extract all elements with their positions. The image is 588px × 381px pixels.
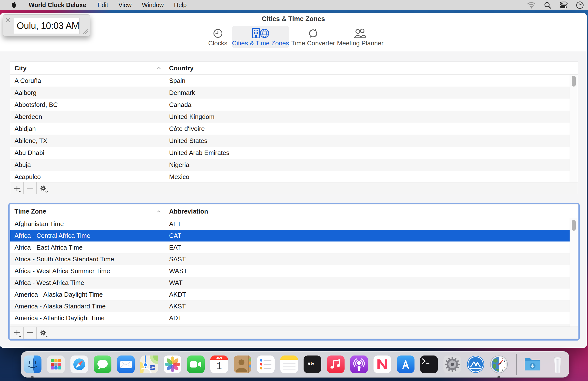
table-footer <box>10 182 578 194</box>
clock-icon[interactable] <box>572 0 588 10</box>
scrollbar-track[interactable] <box>570 218 578 326</box>
spotlight-search-icon[interactable] <box>539 0 556 10</box>
table-row[interactable]: Africa - East Africa TimeEAT <box>10 242 570 253</box>
dock-tv-icon[interactable]: tv <box>303 355 322 374</box>
dock-facetime-icon[interactable] <box>187 355 205 374</box>
dock-trash-icon[interactable] <box>548 355 567 374</box>
clock-display-field[interactable]: Oulu, 10:03 AM <box>14 18 80 34</box>
column-header[interactable]: Time Zone <box>15 208 46 215</box>
sort-ascending-icon <box>157 67 161 69</box>
toolbar-item-label: Clocks <box>208 39 227 47</box>
dock-news-icon[interactable] <box>373 355 392 374</box>
table-footer <box>10 326 578 339</box>
table-row[interactable]: Abu DhabiUnited Arab Emirates <box>10 147 570 159</box>
control-center-icon[interactable] <box>556 0 572 10</box>
column-header[interactable]: Country <box>169 64 194 72</box>
table-row[interactable]: Afghanistan TimeAFT <box>10 218 570 230</box>
dock-maps-icon[interactable]: 280 <box>140 355 159 374</box>
dock-mountain-app-icon[interactable] <box>466 355 485 374</box>
scrollbar-track[interactable] <box>570 75 578 182</box>
dock-photos-icon[interactable] <box>163 355 182 374</box>
dock-mail-icon[interactable] <box>117 355 135 374</box>
menu-item-view[interactable]: View <box>118 1 131 9</box>
time-converter-icon <box>307 26 319 39</box>
table-row[interactable]: AbujaNigeria <box>10 159 570 171</box>
app-window: Cities & Time Zones ClocksCities & Time … <box>0 13 587 348</box>
svg-text:1: 1 <box>216 361 222 371</box>
toolbar-item-clocks[interactable]: Clocks <box>204 26 232 48</box>
table-row[interactable]: AberdeenUnited Kingdom <box>10 111 570 123</box>
toolbar-item-meeting-planner[interactable]: Meeting Planner <box>337 26 383 48</box>
dock-messages-icon[interactable] <box>93 355 112 374</box>
menu-item-window[interactable]: Window <box>142 1 164 9</box>
table-row[interactable]: Africa - South Africa Standard TimeSAST <box>10 253 570 265</box>
table-row[interactable]: America - Atlantic Daylight TimeADT <box>10 312 570 324</box>
cities-time-zones-icon <box>252 26 270 39</box>
toolbar-item-cities-time-zones[interactable]: Cities & Time Zones <box>232 26 289 48</box>
table-row[interactable]: AcapulcoMexico <box>10 171 570 183</box>
table-row[interactable]: AalborgDenmark <box>10 87 570 98</box>
dock-music-icon[interactable] <box>326 355 345 374</box>
actions-gear-button[interactable] <box>37 182 50 194</box>
sort-ascending-icon <box>157 210 161 213</box>
dock-podcasts-icon[interactable] <box>350 355 368 374</box>
cities-table: CityCountryA CoruñaSpainAalborgDenmarkAb… <box>10 61 578 194</box>
dock-downloads-icon[interactable] <box>523 355 542 374</box>
dock-safari-icon[interactable] <box>70 355 89 374</box>
svg-text:4: 4 <box>504 366 505 369</box>
menu-items: World Clock DeluxeEditViewWindowHelp <box>29 0 187 10</box>
menu-item-edit[interactable]: Edit <box>97 1 108 9</box>
column-header[interactable]: Abbreviation <box>169 208 208 215</box>
svg-text:2: 2 <box>504 360 505 362</box>
floating-clock-panel[interactable]: Oulu, 10:03 AM <box>3 15 90 36</box>
toolbar-item-time-converter[interactable]: Time Converter <box>289 26 337 48</box>
dock-calendar-icon[interactable]: JAN1 <box>210 355 229 374</box>
table-row[interactable]: America - Alaska Standard TimeAKST <box>10 300 570 312</box>
column-header[interactable]: City <box>15 64 26 72</box>
table-row[interactable]: AbidjanCôte d'Ivoire <box>10 123 570 134</box>
status-icons <box>523 0 588 10</box>
dock-launchpad-icon[interactable] <box>47 355 65 374</box>
table-rows: A CoruñaSpainAalborgDenmarkAbbotsford, B… <box>10 75 570 183</box>
apple-menu-icon[interactable] <box>11 2 17 9</box>
running-indicator-world-clock <box>497 376 500 378</box>
table-header[interactable]: CityCountry <box>10 62 578 75</box>
dock-system-settings-icon[interactable] <box>443 355 462 374</box>
table-row[interactable]: Africa - Central Africa TimeCAT <box>10 230 570 242</box>
scrollbar-thumb[interactable] <box>572 76 576 87</box>
table-row[interactable]: Africa - West Africa TimeWAT <box>10 277 570 288</box>
add-button[interactable] <box>10 327 23 339</box>
table-row[interactable]: Africa - West Africa Summer TimeWAST <box>10 265 570 277</box>
dock: 280JAN1tv12345 <box>21 351 569 378</box>
clocks-icon <box>212 26 223 39</box>
toolbar-item-label: Meeting Planner <box>337 39 383 47</box>
dock-finder-icon[interactable] <box>23 355 42 374</box>
toolbar-item-label: Cities & Time Zones <box>232 39 289 47</box>
menu-app-name[interactable]: World Clock Deluxe <box>29 1 86 9</box>
remove-button[interactable] <box>23 327 37 339</box>
dock-contacts-icon[interactable] <box>233 355 252 374</box>
table-row[interactable]: America - Alaska Daylight TimeAKDT <box>10 288 570 300</box>
dock-app-store-icon[interactable] <box>396 355 415 374</box>
svg-text:tv: tv <box>311 362 314 365</box>
remove-button[interactable] <box>23 182 37 194</box>
table-header[interactable]: Time ZoneAbbreviation <box>10 205 578 218</box>
timezones-table: Time ZoneAbbreviationAfghanistan TimeAFT… <box>10 205 578 339</box>
wifi-icon[interactable] <box>523 0 539 10</box>
dock-notes-icon[interactable] <box>280 355 298 374</box>
scrollbar-thumb[interactable] <box>572 220 576 231</box>
window-content: CityCountryA CoruñaSpainAalborgDenmarkAb… <box>0 51 587 348</box>
table-row[interactable]: A CoruñaSpain <box>10 75 570 87</box>
table-row[interactable]: Abilene, TXUnited States <box>10 134 570 147</box>
dock-reminders-icon[interactable] <box>256 355 275 374</box>
actions-gear-button[interactable] <box>37 327 50 339</box>
dock-world-clock-icon[interactable]: 12345 <box>490 355 508 374</box>
resize-handle-icon[interactable] <box>82 28 88 34</box>
dock-separator <box>516 354 517 375</box>
menu-item-help[interactable]: Help <box>174 1 187 9</box>
menu-bar: World Clock DeluxeEditViewWindowHelp <box>0 0 588 10</box>
add-button[interactable] <box>10 182 23 194</box>
close-icon[interactable] <box>5 18 11 23</box>
dock-terminal-icon[interactable] <box>420 355 438 374</box>
table-row[interactable]: Abbotsford, BCCanada <box>10 98 570 111</box>
